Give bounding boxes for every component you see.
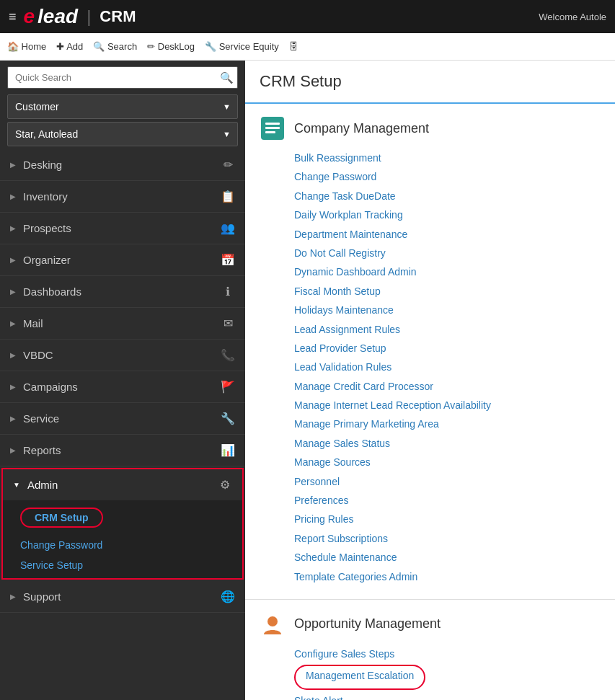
link-manage-sources[interactable]: Manage Sources [294, 454, 601, 470]
customer-select[interactable]: Customer [7, 94, 238, 119]
campaigns-label: Campaigns [23, 381, 78, 393]
support-arrow: ▶ [10, 593, 16, 601]
company-management-icon [260, 115, 286, 141]
sidebar-item-vbdc[interactable]: ▶ VBDC 📞 [0, 340, 245, 371]
customer-dropdown[interactable]: Customer [7, 94, 238, 119]
service-arrow: ▶ [10, 415, 16, 422]
nav-search[interactable]: 🔍 Search [93, 41, 137, 52]
top-bar: ≡ elead | CRM Welcome Autole [0, 0, 615, 33]
link-management-escalation[interactable]: Management Escalation [306, 668, 414, 683]
service-setup-link[interactable]: Service Setup [3, 555, 242, 578]
hamburger-menu[interactable]: ≡ [9, 9, 17, 25]
link-holidays-maintenance[interactable]: Holidays Maintenance [294, 302, 601, 318]
sidebar-item-support[interactable]: ▶ Support 🌐 [0, 581, 245, 613]
nav-desklog[interactable]: ✏ DeskLog [147, 41, 195, 52]
vbdc-icon: 📞 [221, 348, 235, 362]
svg-rect-3 [265, 131, 275, 133]
reports-icon: 📊 [221, 443, 235, 457]
change-password-link[interactable]: Change Password [3, 535, 242, 555]
svg-point-4 [267, 616, 278, 626]
sidebar: 🔍 Customer Star, Autolead ▶ Desking ✏ [0, 61, 245, 700]
sidebar-item-organizer[interactable]: ▶ Organizer 📅 [0, 244, 245, 276]
link-bulk-reassignment[interactable]: Bulk Reassignment [294, 150, 601, 166]
sidebar-item-inventory[interactable]: ▶ Inventory 📋 [0, 181, 245, 213]
user-select[interactable]: Star, Autolead [7, 122, 238, 146]
campaigns-arrow: ▶ [10, 383, 16, 391]
mail-label: Mail [23, 317, 43, 329]
vbdc-label: VBDC [23, 349, 53, 361]
link-personnel[interactable]: Personnel [294, 474, 601, 489]
welcome-text: Welcome Autole [539, 12, 606, 22]
search-box-container: 🔍 [0, 61, 245, 94]
nav-home[interactable]: 🏠 Home [7, 41, 46, 52]
link-fiscal-month-setup[interactable]: Fiscal Month Setup [294, 283, 601, 299]
vbdc-arrow: ▶ [10, 351, 16, 359]
desking-label: Desking [23, 159, 62, 171]
opportunity-management-icon [260, 611, 286, 637]
support-label: Support [23, 590, 61, 603]
sidebar-item-desking[interactable]: ▶ Desking ✏ [0, 149, 245, 181]
link-template-categories-admin[interactable]: Template Categories Admin [294, 569, 601, 585]
crm-setup-link[interactable]: CRM Setup [20, 508, 103, 528]
admin-icon: ⚙ [218, 478, 232, 492]
opportunity-management-title: Opportunity Management [294, 616, 441, 632]
nav-service-equity[interactable]: 🔧 Service Equity [205, 41, 279, 52]
nav-icon-btn[interactable]: 🗄 [289, 41, 298, 52]
campaigns-icon: 🚩 [221, 380, 235, 394]
sidebar-item-service[interactable]: ▶ Service 🔧 [0, 403, 245, 435]
link-manage-primary-marketing[interactable]: Manage Primary Marketing Area [294, 416, 601, 432]
user-dropdown[interactable]: Star, Autolead [7, 122, 238, 146]
admin-section: ▼ Admin ⚙ CRM Setup Change Password Serv… [1, 468, 244, 580]
link-do-not-call[interactable]: Do Not Call Registry [294, 245, 601, 261]
link-manage-credit-card[interactable]: Manage Credit Card Processor [294, 378, 601, 394]
link-lead-provider-setup[interactable]: Lead Provider Setup [294, 340, 601, 356]
link-skate-alert[interactable]: Skate Alert [294, 693, 601, 700]
dashboards-icon: ℹ [221, 285, 235, 298]
sidebar-item-reports[interactable]: ▶ Reports 📊 [0, 435, 245, 466]
crm-setup-wrapper: CRM Setup [3, 500, 242, 535]
sidebar-item-mail[interactable]: ▶ Mail ✉ [0, 308, 245, 340]
admin-arrow: ▼ [13, 481, 20, 489]
link-manage-internet-lead[interactable]: Manage Internet Lead Reception Availabil… [294, 397, 601, 413]
link-configure-sales-steps[interactable]: Configure Sales Steps [294, 646, 601, 662]
company-management-header: Company Management [260, 115, 601, 141]
link-dynamic-dashboard-admin[interactable]: Dynamic Dashboard Admin [294, 264, 601, 280]
link-daily-workplan[interactable]: Daily Workplan Tracking [294, 207, 601, 223]
nav-items: ▶ Desking ✏ ▶ Inventory 📋 ▶ Prospects 👥 [0, 149, 245, 700]
link-manage-sales-status[interactable]: Manage Sales Status [294, 435, 601, 451]
sidebar-item-admin[interactable]: ▼ Admin ⚙ [3, 469, 242, 500]
sidebar-item-campaigns[interactable]: ▶ Campaigns 🚩 [0, 371, 245, 403]
prospects-arrow: ▶ [10, 224, 16, 232]
organizer-icon: 📅 [221, 253, 235, 267]
link-lead-assignment-rules[interactable]: Lead Assignment Rules [294, 322, 601, 337]
organizer-label: Organizer [23, 254, 71, 266]
nav-add[interactable]: ✚ Add [56, 41, 83, 52]
mail-arrow: ▶ [10, 319, 16, 327]
link-change-task-duedate[interactable]: Change Task DueDate [294, 188, 601, 204]
prospects-icon: 👥 [221, 221, 235, 235]
support-icon: 🌐 [221, 590, 235, 603]
search-input[interactable] [7, 66, 238, 89]
link-change-password[interactable]: Change Password [294, 169, 601, 185]
opportunity-management-header: Opportunity Management [260, 611, 601, 637]
sidebar-item-dashboards[interactable]: ▶ Dashboards ℹ [0, 276, 245, 308]
organizer-arrow: ▶ [10, 256, 16, 264]
opportunity-management-section: Opportunity Management Configure Sales S… [245, 600, 615, 700]
top-bar-left: ≡ elead | CRM [9, 5, 136, 28]
inventory-label: Inventory [23, 190, 68, 203]
link-report-subscriptions[interactable]: Report Subscriptions [294, 531, 601, 546]
content-area: CRM Setup Company Management Bulk Reassi… [245, 61, 615, 700]
company-management-title: Company Management [294, 121, 429, 136]
link-pricing-rules[interactable]: Pricing Rules [294, 511, 601, 527]
link-preferences[interactable]: Preferences [294, 492, 601, 508]
link-schedule-maintenance[interactable]: Schedule Maintenance [294, 549, 601, 565]
link-department-maintenance[interactable]: Department Maintenance [294, 226, 601, 242]
sidebar-item-prospects[interactable]: ▶ Prospects 👥 [0, 213, 245, 244]
service-icon: 🔧 [221, 412, 235, 425]
company-management-section: Company Management Bulk Reassignment Cha… [245, 104, 615, 600]
service-label: Service [23, 412, 59, 425]
desking-icon: ✏ [221, 158, 235, 172]
search-icon-button[interactable]: 🔍 [220, 71, 234, 84]
link-lead-validation-rules[interactable]: Lead Validation Rules [294, 359, 601, 375]
svg-rect-2 [265, 127, 280, 129]
